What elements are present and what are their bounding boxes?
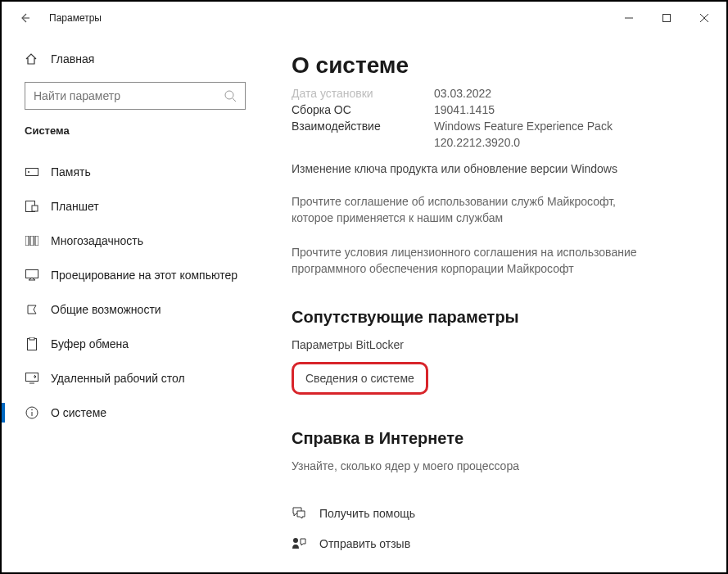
tablet-icon: [25, 201, 39, 212]
experience-label: Взаимодействие: [292, 118, 434, 151]
maximize-button[interactable]: [648, 5, 685, 31]
multitasking-icon: [25, 236, 39, 246]
os-build-label: Сборка ОС: [292, 102, 434, 118]
sidebar-item-clipboard[interactable]: Буфер обмена: [2, 327, 264, 361]
clipboard-icon: [25, 337, 39, 350]
license-terms-link[interactable]: Прочтите условия лицензионного соглашени…: [292, 244, 652, 277]
chat-icon: [292, 506, 308, 521]
svg-point-4: [225, 91, 233, 99]
home-icon: [25, 52, 39, 66]
help-heading: Справка в Интернете: [292, 429, 697, 448]
svg-rect-13: [26, 270, 38, 278]
svg-rect-6: [26, 169, 38, 176]
svg-point-21: [293, 538, 298, 543]
svg-rect-15: [29, 337, 34, 340]
svg-rect-11: [30, 236, 34, 246]
sidebar-item-shared[interactable]: Общие возможности: [2, 292, 264, 327]
cpu-cores-help-link[interactable]: Узнайте, сколько ядер у моего процессора: [292, 459, 519, 472]
bitlocker-link[interactable]: Параметры BitLocker: [292, 338, 404, 351]
home-link[interactable]: Главная: [2, 46, 264, 72]
window-title: Параметры: [49, 12, 102, 24]
svg-line-5: [233, 98, 236, 102]
sidebar-item-storage[interactable]: Память: [2, 155, 264, 189]
sidebar-item-projecting[interactable]: Проецирование на этот компьютер: [2, 258, 264, 292]
remote-icon: [25, 373, 39, 384]
projecting-icon: [25, 269, 39, 281]
experience-value: Windows Feature Experience Pack 120.2212…: [434, 118, 647, 151]
related-heading: Сопутствующие параметры: [292, 308, 697, 327]
close-button[interactable]: [685, 5, 723, 31]
feedback-link[interactable]: Отправить отзыв: [292, 537, 697, 550]
sidebar-item-remote[interactable]: Удаленный рабочий стол: [2, 361, 264, 395]
search-input[interactable]: [25, 82, 246, 110]
system-info-link-highlighted[interactable]: Сведения о системе: [292, 362, 428, 395]
sidebar-item-about[interactable]: О системе: [2, 395, 264, 430]
change-product-key-link[interactable]: Изменение ключа продукта или обновление …: [292, 162, 697, 175]
sidebar-item-multitasking[interactable]: Многозадачность: [2, 224, 264, 258]
about-icon: [25, 406, 39, 419]
sidebar-item-tablet[interactable]: Планшет: [2, 189, 264, 224]
feedback-icon: [292, 537, 308, 550]
minimize-button[interactable]: [610, 5, 648, 31]
svg-rect-14: [28, 339, 37, 350]
page-heading: О системе: [292, 52, 697, 79]
services-agreement-link[interactable]: Прочтите соглашение об использовании слу…: [292, 193, 652, 226]
search-icon: [224, 89, 237, 102]
storage-icon: [25, 168, 39, 176]
svg-point-20: [31, 409, 33, 411]
svg-rect-9: [32, 206, 38, 211]
section-label: Система: [2, 124, 264, 137]
svg-rect-10: [25, 236, 29, 246]
shared-icon: [25, 304, 39, 315]
svg-point-7: [28, 171, 29, 173]
svg-rect-1: [663, 15, 671, 22]
svg-rect-12: [35, 236, 38, 246]
svg-rect-16: [26, 373, 38, 382]
os-build-value: 19041.1415: [434, 102, 495, 118]
install-date-value: 03.03.2022: [434, 85, 491, 102]
home-label: Главная: [51, 52, 94, 66]
get-help-link[interactable]: Получить помощь: [292, 506, 697, 521]
install-date-label: Дата установки: [292, 85, 434, 102]
back-button[interactable]: [13, 7, 36, 29]
